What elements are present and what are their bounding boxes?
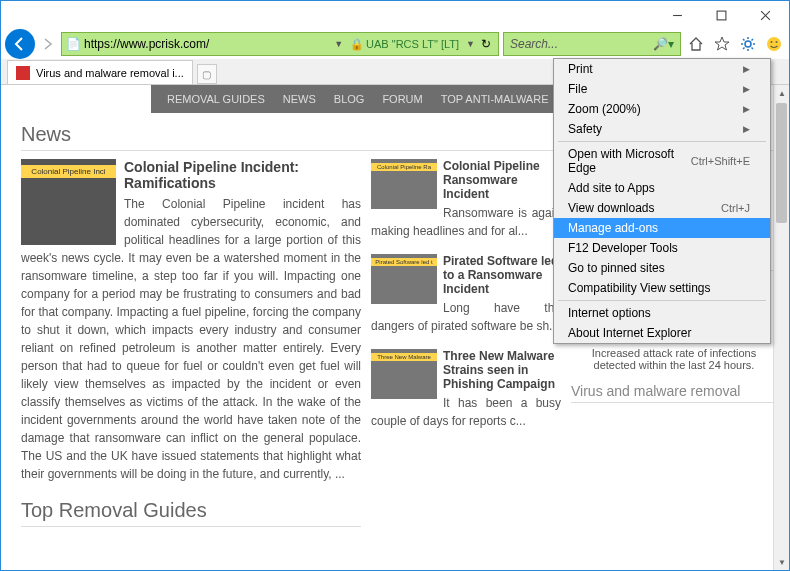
svg-rect-1 [717, 11, 726, 20]
menu-item-shortcut: Ctrl+J [721, 202, 750, 214]
snippet: Colonial Pipeline Ra Colonial Pipeline R… [371, 159, 561, 240]
svg-line-9 [743, 39, 745, 41]
browser-toolbar: 📄 ▼ 🔒 UAB "RCS LT" [LT] ▼ ↻ Search... 🔎▾ [1, 29, 789, 59]
snippet-thumb[interactable]: Colonial Pipeline Ra [371, 159, 437, 209]
menu-item[interactable]: View downloadsCtrl+J [554, 198, 770, 218]
menu-item[interactable]: About Internet Explorer [554, 323, 770, 343]
menu-item[interactable]: File▶ [554, 79, 770, 99]
snippet: Pirated Software led t Pirated Software … [371, 254, 561, 335]
menu-item-label: Compatibility View settings [568, 281, 711, 295]
submenu-arrow-icon: ▶ [743, 64, 750, 74]
nav-item[interactable]: REMOVAL GUIDES [167, 93, 265, 105]
scroll-up-icon[interactable]: ▲ [774, 85, 790, 101]
menu-item[interactable]: Print▶ [554, 59, 770, 79]
menu-item-label: View downloads [568, 201, 655, 215]
menu-item-label: Safety [568, 122, 602, 136]
snippet-thumb[interactable]: Pirated Software led t [371, 254, 437, 304]
menu-item[interactable]: Go to pinned sites [554, 258, 770, 278]
menu-item[interactable]: Internet options [554, 303, 770, 323]
menu-item-label: File [568, 82, 587, 96]
nav-item[interactable]: NEWS [283, 93, 316, 105]
nav-item[interactable]: TOP ANTI-MALWARE [441, 93, 549, 105]
maximize-button[interactable] [699, 2, 743, 28]
snippet-thumb[interactable]: Three New Malware [371, 349, 437, 399]
activity-note: Increased attack rate of infections dete… [571, 347, 777, 371]
article-thumb[interactable]: Colonial Pipeline Inci [21, 159, 116, 245]
cert-dropdown-icon[interactable]: ▼ [463, 39, 478, 49]
side-heading-removal: Virus and malware removal [571, 383, 777, 403]
close-button[interactable] [743, 2, 787, 28]
submenu-arrow-icon: ▶ [743, 104, 750, 114]
scroll-down-icon[interactable]: ▼ [774, 554, 790, 570]
site-favicon: 📄 [66, 37, 80, 51]
url-dropdown-icon[interactable]: ▼ [331, 39, 346, 49]
search-placeholder: Search... [510, 37, 558, 51]
svg-line-12 [743, 48, 745, 50]
minimize-button[interactable] [655, 2, 699, 28]
menu-item-label: Zoom (200%) [568, 102, 641, 116]
url-input[interactable] [84, 37, 331, 51]
submenu-arrow-icon: ▶ [743, 124, 750, 134]
svg-line-10 [752, 48, 754, 50]
vertical-scrollbar[interactable]: ▲ ▼ [773, 85, 789, 570]
menu-item[interactable]: F12 Developer Tools [554, 238, 770, 258]
menu-item-label: Open with Microsoft Edge [568, 147, 691, 175]
snippet-body: It has been a busy couple of days for re… [371, 394, 561, 430]
thumb-chip: Colonial Pipeline Ra [371, 163, 437, 171]
cert-text: UAB "RCS LT" [LT] [366, 38, 459, 50]
tab-active[interactable]: Virus and malware removal i... [7, 60, 193, 84]
search-box[interactable]: Search... 🔎▾ [503, 32, 681, 56]
tools-menu: Print▶File▶Zoom (200%)▶Safety▶Open with … [553, 58, 771, 344]
menu-item[interactable]: Open with Microsoft EdgeCtrl+Shift+E [554, 144, 770, 178]
menu-item[interactable]: Add site to Apps [554, 178, 770, 198]
tab-favicon [16, 66, 30, 80]
search-icon[interactable]: 🔎▾ [653, 37, 674, 51]
menu-item[interactable]: Zoom (200%)▶ [554, 99, 770, 119]
featured-article: Colonial Pipeline Inci Colonial Pipeline… [21, 159, 361, 535]
address-bar[interactable]: 📄 ▼ 🔒 UAB "RCS LT" [LT] ▼ ↻ [61, 32, 499, 56]
menu-item-label: Add site to Apps [568, 181, 655, 195]
svg-point-4 [745, 41, 751, 47]
article-snippets-column: Colonial Pipeline Ra Colonial Pipeline R… [371, 159, 561, 535]
site-nav: REMOVAL GUIDES NEWS BLOG FORUM TOP ANTI-… [151, 85, 581, 113]
forward-button[interactable] [39, 31, 57, 57]
nav-item[interactable]: FORUM [382, 93, 422, 105]
scroll-thumb[interactable] [776, 103, 787, 223]
section-top-removal-heading: Top Removal Guides [21, 499, 361, 527]
menu-item-label: About Internet Explorer [568, 326, 691, 340]
svg-point-14 [771, 41, 773, 43]
menu-item-label: Internet options [568, 306, 651, 320]
svg-point-13 [767, 37, 781, 51]
back-button[interactable] [5, 29, 35, 59]
new-tab-button[interactable]: ▢ [197, 64, 217, 84]
menu-item-label: F12 Developer Tools [568, 241, 678, 255]
menu-item[interactable]: Compatibility View settings [554, 278, 770, 298]
menu-item[interactable]: Manage add-ons [554, 218, 770, 238]
thumb-chip: Pirated Software led t [371, 258, 437, 266]
menu-item-label: Print [568, 62, 593, 76]
favorites-button[interactable] [711, 33, 733, 55]
menu-item[interactable]: Safety▶ [554, 119, 770, 139]
thumb-chip: Colonial Pipeline Inci [21, 165, 116, 178]
nav-item[interactable]: BLOG [334, 93, 365, 105]
home-button[interactable] [685, 33, 707, 55]
snippet-body: Ransomware is again making headlines and… [371, 204, 561, 240]
menu-item-label: Manage add-ons [568, 221, 658, 235]
tab-title: Virus and malware removal i... [36, 67, 184, 79]
menu-item-shortcut: Ctrl+Shift+E [691, 155, 750, 167]
smiley-button[interactable] [763, 33, 785, 55]
svg-point-15 [776, 41, 778, 43]
submenu-arrow-icon: ▶ [743, 84, 750, 94]
menu-item-label: Go to pinned sites [568, 261, 665, 275]
refresh-button[interactable]: ↻ [478, 37, 494, 51]
thumb-chip: Three New Malware [371, 353, 437, 361]
svg-line-11 [752, 39, 754, 41]
snippet-body: Long have the dangers of pirated softwar… [371, 299, 561, 335]
window-titlebar [1, 1, 789, 29]
tools-button[interactable] [737, 33, 759, 55]
snippet: Three New Malware Three New Malware Stra… [371, 349, 561, 430]
cert-badge[interactable]: 🔒 UAB "RCS LT" [LT] [350, 38, 459, 51]
